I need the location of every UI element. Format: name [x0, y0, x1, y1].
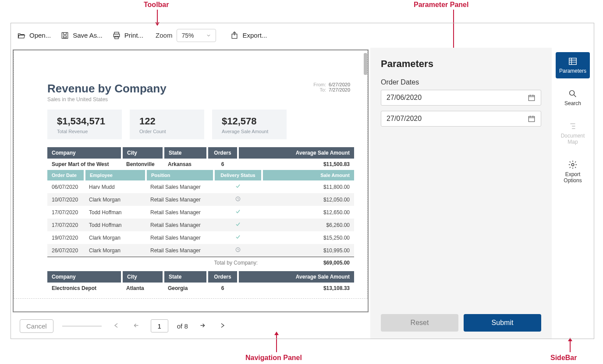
gear-icon [568, 160, 578, 170]
svg-point-12 [571, 163, 574, 166]
parameters-icon [568, 57, 578, 66]
sidebar-item-document-map: Document Map [556, 117, 590, 149]
page-of-label: of 8 [177, 322, 188, 330]
kpi-card: $1,534,571Total Revenue [47, 110, 122, 139]
last-page-button[interactable] [217, 320, 228, 332]
document-map-icon [568, 121, 578, 131]
parameter-panel: Parameters Order Dates 27/06/2020 27/07/… [370, 48, 552, 339]
folder-open-icon [17, 31, 26, 40]
annotation-param-label: Parameter Panel [414, 1, 468, 9]
report-date-range: From:6/27/2020 To:7/27/2020 [313, 82, 350, 92]
table-row: 17/07/2020Todd HoffmanRetail Sales Manag… [47, 206, 354, 219]
calendar-icon [528, 94, 536, 102]
svg-rect-2 [114, 32, 119, 34]
print-button[interactable]: Print... [112, 31, 143, 40]
navigation-panel: Cancel of 8 [11, 313, 370, 339]
save-as-button[interactable]: Save As... [60, 31, 103, 40]
export-icon [230, 31, 239, 40]
save-as-label: Save As... [73, 32, 103, 39]
first-page-button[interactable] [110, 320, 122, 332]
prev-page-button[interactable] [131, 320, 142, 332]
svg-rect-8 [529, 95, 535, 101]
export-label: Export... [242, 32, 267, 39]
report-title: Revenue by Company [47, 82, 350, 95]
report-table: Company City State Orders Average Sale A… [47, 147, 354, 294]
annotation-nav-label: Navigation Panel [245, 354, 302, 362]
report-viewer: From:6/27/2020 To:7/27/2020 Revenue by C… [11, 48, 370, 339]
print-label: Print... [124, 32, 143, 39]
scrollbar[interactable] [363, 50, 368, 311]
table-row: 17/07/2020Todd HoffmanRetail Sales Manag… [47, 219, 354, 231]
reset-button[interactable]: Reset [381, 314, 458, 332]
submit-button[interactable]: Submit [464, 314, 541, 332]
kpi-row: $1,534,571Total Revenue 122Order Count $… [14, 102, 367, 139]
zoom-select[interactable]: 75% [177, 29, 216, 42]
order-dates-label: Order Dates [381, 78, 541, 86]
chevron-down-icon [206, 33, 211, 38]
report-page: From:6/27/2020 To:7/27/2020 Revenue by C… [13, 49, 369, 312]
company-row: Super Mart of the West Bentonville Arkan… [47, 159, 354, 170]
nav-divider [62, 326, 102, 326]
zoom-value: 75% [181, 32, 194, 39]
cancel-button[interactable]: Cancel [20, 319, 53, 333]
company-row: Electronics Depot Atlanta Georgia 6 $13,… [47, 283, 354, 294]
toolbar: Open... Save As... Print... Zoom 75% Exp… [11, 23, 594, 48]
sidebar-item-export-options[interactable]: Export Options [556, 155, 590, 188]
svg-rect-10 [569, 58, 577, 65]
annotation-sidebar-label: SideBar [550, 354, 577, 362]
svg-rect-4 [115, 36, 118, 39]
svg-rect-1 [64, 35, 67, 37]
report-subtitle: Sales in the United States [47, 96, 350, 102]
save-icon [60, 31, 69, 40]
svg-rect-9 [529, 117, 535, 122]
open-label: Open... [29, 32, 51, 39]
annotation-sidebar-arrow [570, 338, 571, 352]
table-row: 19/07/2020Clark MorganRetail Sales Manag… [47, 231, 354, 244]
open-button[interactable]: Open... [17, 31, 51, 40]
svg-point-11 [570, 91, 575, 95]
kpi-card: $12,578Average Sale Amount [212, 110, 287, 139]
sidebar-item-parameters[interactable]: Parameters [556, 52, 590, 78]
sidebar-item-search[interactable]: Search [556, 85, 590, 111]
search-icon [568, 89, 578, 99]
export-button[interactable]: Export... [230, 31, 267, 40]
table-row: 10/07/2020Clark MorganRetail Sales Manag… [47, 193, 354, 206]
date-to-input[interactable]: 27/07/2020 [381, 111, 541, 127]
parameters-title: Parameters [381, 58, 541, 70]
sidebar: Parameters Search Document Map Export Op… [552, 48, 594, 339]
table-row: 26/07/2020Clark MorganRetail Sales Manag… [47, 244, 354, 257]
date-from-input[interactable]: 27/06/2020 [381, 90, 541, 106]
calendar-icon [528, 115, 536, 123]
next-page-button[interactable] [197, 320, 208, 332]
print-icon [112, 31, 121, 40]
page-number-input[interactable] [151, 319, 168, 332]
table-row: 06/07/2020Harv MuddRetail Sales Manager$… [47, 180, 354, 193]
app-frame: Open... Save As... Print... Zoom 75% Exp… [11, 23, 594, 339]
zoom-label: Zoom [156, 32, 172, 39]
annotation-toolbar-label: Toolbar [144, 1, 169, 9]
kpi-card: 122Order Count [130, 110, 204, 139]
